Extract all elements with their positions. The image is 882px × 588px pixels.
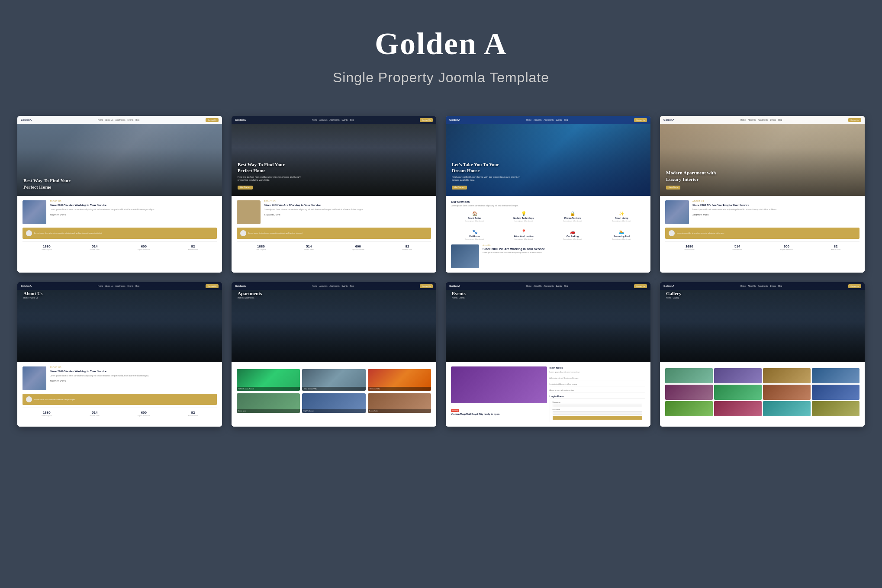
card-7-body: Breaking Vincom MegaMall Royal City read…	[446, 362, 650, 427]
service-location: 📍 Attractive Location Lorem ipsum dolor …	[500, 228, 547, 242]
card-8-body	[660, 362, 865, 427]
card-3-hero-text: Let's Take You To Your Dream House Find …	[446, 157, 527, 196]
gallery-cell-5	[665, 385, 713, 400]
card-5-body: About Us Since 2000 We Are Working in Yo…	[17, 362, 222, 427]
template-card-8[interactable]: GoldenA Home About Us Apartments Events …	[660, 282, 865, 427]
gallery-cell-3	[763, 368, 811, 383]
page-header: Golden A Single Property Joomla Template	[0, 0, 882, 103]
card-1-testimonial: Lorem ipsum dolor sit amet consectetur a…	[23, 228, 217, 239]
events-split: Breaking Vincom MegaMall Royal City read…	[451, 366, 645, 422]
card-8-hero: GoldenA Home About Us Apartments Events …	[660, 282, 865, 362]
template-card-4[interactable]: GoldenA Home About Us Apartments Events …	[660, 116, 865, 273]
card-8-page-label: Gallery Home / Gallery	[666, 291, 681, 299]
card-6-body: White Luxury Resort Blue Ocean Villa Dia…	[232, 362, 436, 427]
card-1-nav-links: Home About Us Apartments Events Blog	[98, 119, 139, 121]
stat-projects-1: 1680 Total Projects	[42, 244, 52, 251]
card-3-body: Our Services Lorem ipsum dolor sit amet …	[446, 196, 650, 273]
gallery-cell-8	[812, 385, 859, 400]
card-1-about-img	[23, 200, 46, 224]
template-card-2[interactable]: GoldenA Home About Us Apartments Events …	[232, 116, 436, 273]
gallery-cell-9	[665, 401, 713, 416]
login-form-title: Login Form	[550, 395, 646, 398]
events-main-img	[451, 366, 547, 403]
card-4-navbar: GoldenA Home About Us Apartments Events …	[660, 116, 865, 124]
service-modern-tech: 💡 Modern Technology Lorem ipsum dolor si…	[500, 209, 547, 224]
card-3-services-grid: 🏠 Grand Suites Lorem ipsum dolor sit ame…	[451, 209, 645, 224]
card-7-hero: GoldenA Home About Us Apartments Events …	[446, 282, 650, 362]
card-1-body: About Us Since 2000 We Are Working in Yo…	[17, 196, 222, 273]
apt-3: Diamond Villa	[368, 369, 431, 391]
card-5-page-label: About Us Home / About Us	[23, 291, 42, 299]
main-title: Golden A	[9, 26, 873, 62]
card-1-nav-cta: Contact Us	[206, 118, 219, 122]
templates-grid: GoldenA Home About Us Apartments Events …	[0, 103, 882, 444]
card-4-hero-text: Modern Apartment with Luxury Interior Vi…	[660, 165, 733, 196]
card-6-hero: GoldenA Home About Us Apartments Events …	[232, 282, 436, 362]
card-2-navbar: GoldenA Home About Us Apartments Events …	[232, 116, 436, 124]
gallery-cell-4	[812, 368, 859, 383]
card-4-body: About Us Since 2000 We Are Working in Yo…	[660, 196, 865, 273]
stat-awards-1: 82 Awards Won	[188, 244, 198, 251]
gallery-cell-11	[763, 401, 811, 416]
card-3-services-row2: 🐾 Pet House Lorem ipsum dolor sit amet 📍…	[451, 228, 645, 242]
card-2-stats: 1680 Total Projects 514 Private Beds 600…	[237, 241, 431, 252]
template-card-7[interactable]: GoldenA Home About Us Apartments Events …	[446, 282, 650, 427]
events-badge: Breaking	[451, 409, 459, 412]
gallery-cell-6	[714, 385, 762, 400]
service-parking: 🚗 Car Parking Lorem ipsum dolor sit amet	[549, 228, 596, 242]
service-smart-living: ✨ Smart Living Lorem ipsum dolor sit ame…	[598, 209, 645, 224]
main-subtitle: Single Property Joomla Template	[9, 70, 873, 86]
main-news-title: Main News	[550, 366, 646, 369]
gallery-cell-7	[763, 385, 811, 400]
card-7-page-label: Events Home / Events	[452, 291, 466, 299]
card-3-navbar: GoldenA Home About Us Apartments Events …	[446, 116, 650, 124]
card-2-hero: GoldenA Home About Us Apartments Events …	[232, 116, 436, 196]
card-1-navbar: GoldenA Home About Us Apartments Events …	[17, 116, 222, 124]
card-2-testimonial: Lorem ipsum dolor sit amet consectetur a…	[237, 228, 431, 239]
card-1-hero: GoldenA Home About Us Apartments Events …	[17, 116, 222, 196]
card-1-about-row: About Us Since 2000 We Are Working in Yo…	[23, 200, 217, 224]
events-news-title: Vincom MegaMall Royal City ready to open	[451, 413, 547, 416]
service-private-territory: 🔒 Private Territory Lorem ipsum dolor si…	[549, 209, 596, 224]
card-3-hero: GoldenA Home About Us Apartments Events …	[446, 116, 650, 196]
gallery-cell-1	[665, 368, 713, 383]
apartments-grid: White Luxury Resort Blue Ocean Villa Dia…	[237, 369, 431, 391]
gallery-cell-10	[714, 401, 762, 416]
card-2-about-img	[237, 200, 261, 224]
gallery-cell-2	[714, 368, 762, 383]
gallery-cell-12	[812, 401, 859, 416]
template-card-5[interactable]: GoldenA Home About Us Apartments Events …	[17, 282, 222, 427]
template-card-6[interactable]: GoldenA Home About Us Apartments Events …	[232, 282, 436, 427]
stat-beds-1: 514 Private Beds	[90, 244, 100, 251]
card-5-hero: GoldenA Home About Us Apartments Events …	[17, 282, 222, 362]
login-button[interactable]	[553, 416, 643, 420]
card-1-hero-title: Best Way To Find Your Perfect Home	[23, 177, 84, 190]
card-1-about-content: About Us Since 2000 We Are Working in Yo…	[50, 200, 217, 216]
card-2-body: About Us Since 2000 We Are Working in Yo…	[232, 196, 436, 273]
card-1-hero-text: Best Way To Find Your Perfect Home	[17, 173, 90, 196]
card-2-hero-text: Best Way To Find Your Perfect Home Find …	[232, 157, 313, 196]
card-1-logo: GoldenA	[21, 119, 32, 121]
stat-members-1: 600 Expert Members	[138, 244, 150, 251]
card-3-services-title: Our Services	[451, 200, 645, 203]
apt-2: Blue Ocean Villa	[302, 369, 365, 391]
card-2-about-row: About Us Since 2000 We Are Working in Yo…	[237, 200, 431, 224]
login-form[interactable]: Username Password	[550, 398, 646, 422]
card-1-stats: 1680 Total Projects 514 Private Beds 600…	[23, 241, 217, 252]
template-card-3[interactable]: GoldenA Home About Us Apartments Events …	[446, 116, 650, 273]
service-pet-house: 🐾 Pet House Lorem ipsum dolor sit amet	[451, 228, 498, 242]
card-4-hero: GoldenA Home About Us Apartments Events …	[660, 116, 865, 196]
card-1-avatar	[26, 230, 32, 236]
gallery-grid	[665, 368, 859, 416]
card-2-about-content: About Us Since 2000 We Are Working in Yo…	[264, 200, 431, 216]
template-card-1[interactable]: GoldenA Home About Us Apartments Events …	[17, 116, 222, 273]
card-6-page-label: Apartments Home / Apartments	[238, 291, 262, 299]
service-grand-suites: 🏠 Grand Suites Lorem ipsum dolor sit ame…	[451, 209, 498, 224]
apt-1: White Luxury Resort	[237, 369, 300, 391]
service-pool: 🏊 Swimming Pool Lorem ipsum dolor sit am…	[598, 228, 645, 242]
